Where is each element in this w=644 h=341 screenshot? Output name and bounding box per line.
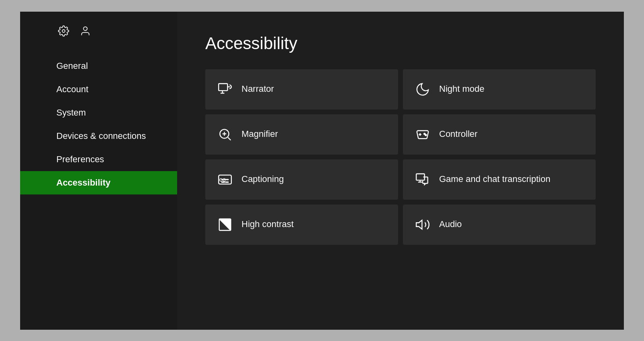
captioning-icon: CC (217, 172, 233, 187)
tile-controller[interactable]: Controller (403, 114, 596, 155)
transcription-label: Game and chat transcription (439, 174, 550, 185)
screen: General Account System Devices & connect… (20, 12, 624, 330)
user-icon[interactable] (78, 24, 93, 38)
svg-point-1 (83, 27, 87, 30)
controller-icon (415, 127, 430, 142)
audio-icon (415, 217, 430, 232)
svg-text:CC: CC (219, 177, 226, 182)
tile-night-mode[interactable]: Night mode (403, 69, 596, 110)
controller-label: Controller (439, 128, 477, 140)
sidebar-item-system[interactable]: System (20, 101, 177, 124)
svg-line-4 (228, 137, 231, 140)
tile-magnifier[interactable]: Magnifier (205, 114, 398, 155)
magnifier-label: Magnifier (242, 128, 278, 140)
sidebar-item-account[interactable]: Account (20, 78, 177, 101)
tile-transcription[interactable]: Game and chat transcription (403, 159, 596, 200)
sidebar: General Account System Devices & connect… (20, 12, 177, 330)
tile-high-contrast[interactable]: High contrast (205, 205, 398, 245)
audio-label: Audio (439, 219, 462, 230)
sidebar-nav: General Account System Devices & connect… (20, 54, 177, 194)
transcription-icon (415, 172, 430, 187)
svg-point-8 (425, 134, 426, 136)
tile-audio[interactable]: Audio (403, 205, 596, 245)
magnifier-icon (217, 127, 233, 142)
sidebar-item-general[interactable]: General (20, 54, 177, 78)
settings-icon[interactable] (56, 24, 71, 38)
tile-narrator[interactable]: Narrator (205, 69, 398, 110)
narrator-label: Narrator (242, 83, 274, 95)
sidebar-item-accessibility[interactable]: Accessibility (20, 171, 177, 194)
sidebar-item-preferences[interactable]: Preferences (20, 148, 177, 171)
tiles-grid: Narrator Night mode (205, 69, 596, 245)
captioning-label: Captioning (242, 174, 284, 185)
tile-captioning[interactable]: CC Captioning (205, 159, 398, 200)
main-content: Accessibility Narrator (177, 12, 624, 330)
high-contrast-label: High contrast (242, 219, 294, 230)
sidebar-icons (20, 24, 177, 54)
svg-marker-13 (416, 220, 422, 229)
high-contrast-icon (217, 217, 233, 232)
page-title: Accessibility (205, 34, 596, 53)
night-mode-icon (415, 82, 430, 97)
svg-rect-2 (219, 83, 227, 90)
night-mode-label: Night mode (439, 83, 485, 95)
narrator-icon (217, 82, 233, 97)
svg-point-7 (424, 133, 425, 134)
sidebar-item-devices[interactable]: Devices & connections (20, 124, 177, 148)
svg-point-0 (62, 29, 65, 32)
